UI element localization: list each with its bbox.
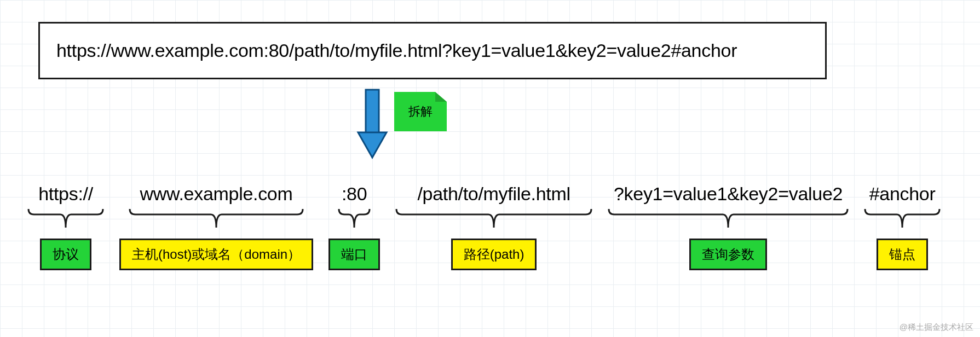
curly-brace-icon: [395, 208, 592, 229]
curly-brace-icon: [338, 208, 371, 229]
full-url-box: https://www.example.com:80/path/to/myfil…: [38, 22, 827, 79]
url-part: ?key1=value1&key2=value2查询参数: [608, 183, 849, 270]
url-part-text: www.example.com: [140, 183, 293, 205]
curly-brace-icon: [27, 208, 104, 229]
curly-brace-icon: [129, 208, 304, 229]
url-part-text: :80: [342, 183, 367, 205]
url-part-text: #anchor: [869, 183, 936, 205]
url-part-label: 端口: [328, 239, 380, 270]
url-part-label: 主机(host)或域名（domain）: [119, 239, 313, 270]
url-part-label: 协议: [40, 239, 91, 270]
breakdown-note: 拆解: [394, 92, 447, 131]
url-parts-row: https://协议www.example.com主机(host)或域名（dom…: [27, 183, 969, 270]
url-part: :80端口: [328, 183, 380, 270]
url-part-label: 锚点: [877, 239, 928, 270]
full-url-text: https://www.example.com:80/path/to/myfil…: [56, 40, 737, 61]
watermark-text: @稀土掘金技术社区: [900, 322, 973, 333]
svg-rect-0: [366, 90, 379, 133]
curly-brace-icon: [608, 208, 849, 229]
url-part-text: ?key1=value1&key2=value2: [614, 183, 843, 205]
url-part-label: 查询参数: [689, 239, 767, 270]
url-part-text: https://: [38, 183, 93, 205]
url-part: /path/to/myfile.html路径(path): [395, 183, 592, 270]
url-part-text: /path/to/myfile.html: [417, 183, 570, 205]
url-part: www.example.com主机(host)或域名（domain）: [119, 183, 313, 270]
url-part: #anchor锚点: [864, 183, 941, 270]
arrow-down-icon: [356, 88, 389, 161]
curly-brace-icon: [864, 208, 941, 229]
svg-marker-1: [358, 132, 387, 158]
url-part-label: 路径(path): [451, 239, 537, 270]
breakdown-note-text: 拆解: [408, 103, 433, 120]
url-part: https://协议: [27, 183, 104, 270]
